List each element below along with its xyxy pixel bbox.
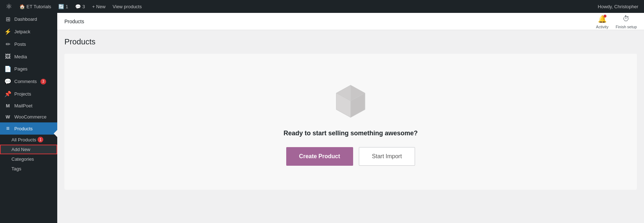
updates-icon: 🔄: [58, 4, 64, 9]
sidebar-arrow: [54, 130, 57, 137]
empty-box-icon: [329, 78, 372, 121]
sidebar-label-media: Media: [14, 54, 27, 59]
comments-icon: 💬: [75, 4, 81, 9]
view-products-btn[interactable]: View products: [110, 0, 145, 13]
sidebar-item-jetpack[interactable]: ⚡ Jetpack: [0, 25, 57, 38]
comments-nav-icon: 💬: [4, 78, 11, 85]
comments-btn[interactable]: 💬 3: [72, 0, 88, 13]
sidebar-item-projects[interactable]: 📌 Projects: [0, 88, 57, 100]
submenu-add-new[interactable]: Add New: [0, 145, 57, 154]
sidebar-label-projects: Projects: [14, 91, 31, 97]
site-name-btn[interactable]: 🏠 ET Tutorials: [16, 0, 54, 13]
sidebar-label-comments: Comments: [14, 79, 37, 84]
empty-state-buttons: Create Product Start Import: [286, 147, 415, 166]
create-product-button[interactable]: Create Product: [286, 147, 353, 166]
mailpoet-icon: M: [4, 103, 11, 108]
page-title: Products: [64, 37, 637, 47]
comments-count: 3: [82, 4, 85, 9]
finish-setup-label: Finish setup: [616, 25, 637, 29]
home-icon: 🏠: [19, 4, 25, 9]
header-actions: 🔔 Activity ⏱ Finish setup: [596, 14, 637, 29]
submenu-all-products[interactable]: All Products 1: [0, 135, 57, 145]
start-import-button[interactable]: Start Import: [359, 147, 415, 166]
sidebar-item-woocommerce[interactable]: W WooCommerce: [0, 111, 57, 122]
sidebar-item-products[interactable]: ≡ Products: [0, 122, 57, 135]
tags-label: Tags: [11, 166, 21, 171]
layout: ⊞ Dashboard ⚡ Jetpack ✏ Posts 🖼 Media 📄 …: [0, 13, 644, 223]
activity-badge: [604, 15, 606, 18]
categories-label: Categories: [11, 156, 34, 162]
howdy-text: Howdy, Christopher: [595, 4, 641, 9]
sidebar-item-posts[interactable]: ✏ Posts: [0, 38, 57, 50]
sidebar-label-woocommerce: WooCommerce: [14, 114, 47, 120]
wp-logo-icon: ⚛: [6, 2, 12, 11]
activity-label: Activity: [596, 25, 609, 29]
sidebar-label-products: Products: [14, 126, 33, 131]
activity-button[interactable]: 🔔 Activity: [596, 14, 609, 29]
sidebar-item-dashboard[interactable]: ⊞ Dashboard: [0, 13, 57, 25]
secondary-header: Products 🔔 Activity ⏱ Finish setup: [57, 13, 644, 30]
main-content: Products 🔔 Activity ⏱ Finish setup: [57, 13, 644, 223]
woocommerce-icon: W: [4, 114, 11, 120]
new-label: + New: [92, 4, 106, 9]
sidebar-label-jetpack: Jetpack: [14, 29, 30, 34]
admin-bar: ⚛ 🏠 ET Tutorials 🔄 1 💬 3 + New View prod…: [0, 0, 644, 13]
sidebar-label-pages: Pages: [14, 66, 28, 72]
sidebar-item-mailpoet[interactable]: M MailPoet: [0, 100, 57, 111]
sidebar: ⊞ Dashboard ⚡ Jetpack ✏ Posts 🖼 Media 📄 …: [0, 13, 57, 223]
submenu-categories[interactable]: Categories: [0, 154, 57, 164]
site-name-label: ET Tutorials: [26, 4, 51, 9]
admin-bar-right: Howdy, Christopher: [595, 4, 641, 9]
activity-icon-area: 🔔: [597, 14, 607, 24]
new-content-btn[interactable]: + New: [89, 0, 108, 13]
projects-icon: 📌: [4, 91, 11, 97]
wp-logo-btn[interactable]: ⚛: [3, 0, 15, 13]
sidebar-label-posts: Posts: [14, 42, 26, 47]
empty-state: Ready to start selling something awesome…: [64, 54, 637, 190]
updates-btn[interactable]: 🔄 1: [55, 0, 71, 13]
sidebar-item-pages[interactable]: 📄 Pages: [0, 63, 57, 75]
products-icon: ≡: [4, 125, 11, 132]
view-products-label: View products: [113, 4, 142, 9]
updates-count: 1: [65, 4, 68, 9]
finish-setup-icon-area: ⏱: [621, 14, 631, 24]
finish-setup-icon: ⏱: [623, 15, 630, 23]
all-products-label: All Products: [11, 137, 36, 142]
sidebar-label-dashboard: Dashboard: [14, 16, 37, 22]
sidebar-item-media[interactable]: 🖼 Media: [0, 50, 57, 63]
finish-setup-button[interactable]: ⏱ Finish setup: [616, 14, 637, 29]
secondary-header-title: Products: [64, 19, 84, 24]
media-icon: 🖼: [4, 53, 11, 60]
sidebar-item-comments[interactable]: 💬 Comments 3: [0, 75, 57, 88]
page-content: Products Ready to: [57, 30, 644, 223]
pages-icon: 📄: [4, 66, 11, 72]
add-new-label: Add New: [11, 147, 30, 152]
comments-badge: 3: [40, 79, 46, 84]
posts-icon: ✏: [4, 41, 11, 48]
dashboard-icon: ⊞: [4, 16, 11, 23]
submenu-tags[interactable]: Tags: [0, 164, 57, 174]
products-submenu: All Products 1 Add New Categories Tags: [0, 135, 57, 174]
all-products-badge: 1: [38, 137, 43, 142]
sidebar-label-mailpoet: MailPoet: [14, 103, 33, 108]
empty-state-message: Ready to start selling something awesome…: [283, 130, 418, 137]
jetpack-icon: ⚡: [4, 28, 11, 35]
